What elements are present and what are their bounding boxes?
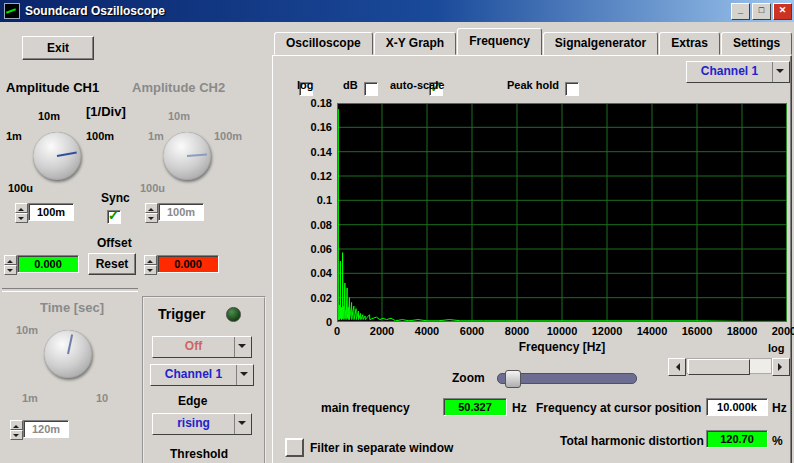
spin-up-icon[interactable] <box>144 255 157 265</box>
time-spinner[interactable] <box>10 420 22 438</box>
y-tick-label: 0 <box>326 316 332 328</box>
ch2-offset-value[interactable]: 0.000 <box>157 255 219 273</box>
minimize-icon[interactable]: _ <box>731 3 750 20</box>
trigger-edge-dropdown[interactable]: rising <box>152 413 252 435</box>
amplitude-ch1-knob[interactable] <box>33 132 81 180</box>
cursor-frequency-label: Frequency at cursor position <box>536 401 701 415</box>
ch1-offset-spinner[interactable] <box>4 255 16 273</box>
app-icon <box>4 3 20 19</box>
threshold-label: Threshold <box>170 447 228 461</box>
x-axis-labels: 0200040006000800010000120001400016000180… <box>337 325 787 338</box>
trigger-mode-dropdown[interactable]: Off <box>152 336 252 358</box>
spin-up-icon[interactable] <box>145 203 158 213</box>
y-tick-label: 0.1 <box>317 194 332 206</box>
trigger-edge-value: rising <box>153 414 234 434</box>
db-checkbox[interactable] <box>364 82 378 96</box>
scroll-right-icon[interactable] <box>772 358 790 376</box>
divider <box>2 288 138 292</box>
tab-settings[interactable]: Settings <box>721 32 792 55</box>
chevron-down-icon[interactable] <box>772 62 789 82</box>
autoscale-checkbox-label: auto-scale <box>390 79 444 91</box>
chevron-down-icon[interactable] <box>234 337 251 357</box>
tab-extras[interactable]: Extras <box>659 32 720 55</box>
spin-up-icon[interactable] <box>10 420 23 430</box>
knob-pointer <box>187 154 207 157</box>
spin-down-icon[interactable] <box>145 213 158 223</box>
tab-frequency[interactable]: Frequency <box>457 28 542 55</box>
channel-select-dropdown[interactable]: Channel 1 <box>686 61 790 83</box>
titlebar: Soundcard Oszilloscope _ □ ✕ <box>0 0 794 22</box>
spin-up-icon[interactable] <box>15 203 28 213</box>
spin-down-icon[interactable] <box>15 213 28 223</box>
y-tick-label: 0.14 <box>311 146 332 158</box>
spin-down-icon[interactable] <box>10 430 23 440</box>
ch2-knob-label-1m: 1m <box>148 130 164 142</box>
offset-reset-button[interactable]: Reset <box>88 253 136 275</box>
trigger-source-value: Channel 1 <box>151 365 236 385</box>
ch1-amplitude-spinner[interactable] <box>15 203 27 221</box>
ch2-knob-label-100m: 100m <box>214 130 242 142</box>
thd-unit: % <box>772 434 783 448</box>
spin-down-icon[interactable] <box>4 265 17 275</box>
scrollbar-track[interactable] <box>686 358 772 374</box>
time-knob[interactable] <box>44 330 92 378</box>
filter-window-label: Filter in separate window <box>310 441 453 455</box>
maximize-icon[interactable]: □ <box>752 3 771 20</box>
y-tick-label: 0.02 <box>311 292 332 304</box>
peak-hold-checkbox[interactable] <box>565 82 579 96</box>
amplitude-ch2-knob[interactable] <box>163 132 211 180</box>
ch1-knob-label-100u: 100u <box>8 182 33 194</box>
ch1-amplitude-value[interactable]: 100m <box>28 203 74 221</box>
ch2-amplitude-value[interactable]: 100m <box>158 203 204 221</box>
ch2-offset-spinner[interactable] <box>144 255 156 273</box>
main-frequency-value: 50.327 <box>443 398 507 416</box>
trigger-source-dropdown[interactable]: Channel 1 <box>150 364 254 386</box>
chevron-down-icon[interactable] <box>234 414 251 434</box>
spin-up-icon[interactable] <box>4 255 17 265</box>
cursor-frequency-value[interactable]: 10.000k <box>706 398 768 416</box>
x-tick-label: 20000 <box>772 325 794 337</box>
main-frequency-unit: Hz <box>512 401 527 415</box>
zoom-slider[interactable] <box>497 373 637 384</box>
amplitude-ch1-title: Amplitude CH1 <box>6 80 99 95</box>
trigger-led-icon <box>226 307 241 322</box>
x-tick-label: 18000 <box>727 325 758 337</box>
x-tick-label: 16000 <box>682 325 713 337</box>
exit-button[interactable]: Exit <box>22 36 94 60</box>
time-knob-label-10m: 10m <box>16 324 38 336</box>
x-tick-label: 12000 <box>592 325 623 337</box>
sync-checkbox[interactable] <box>107 210 121 224</box>
x-tick-label: 2000 <box>370 325 394 337</box>
spin-down-icon[interactable] <box>144 265 157 275</box>
y-tick-label: 0.16 <box>311 121 332 133</box>
zoom-slider-thumb[interactable] <box>505 370 521 388</box>
ch1-knob-label-10m: 10m <box>38 110 60 122</box>
scrollbar-thumb[interactable] <box>688 359 750 375</box>
ch1-knob-label-1m: 1m <box>6 130 22 142</box>
knob-pointer <box>67 334 73 354</box>
per-div-label: [1/Div] <box>86 104 126 119</box>
ch1-offset-value[interactable]: 0.000 <box>17 255 79 273</box>
filter-window-checkbox[interactable] <box>285 438 304 457</box>
x-axis-log-label: log <box>768 342 785 354</box>
trigger-mode-value: Off <box>153 337 234 357</box>
offset-label: Offset <box>97 236 132 250</box>
thd-value: 120.70 <box>706 430 768 448</box>
window-title: Soundcard Oszilloscope <box>25 4 165 18</box>
time-knob-label-1m: 1m <box>22 392 38 404</box>
tab-signalgenerator[interactable]: Signalgenerator <box>543 32 658 55</box>
chart-hscrollbar[interactable] <box>668 358 790 374</box>
close-icon[interactable]: ✕ <box>773 3 792 20</box>
y-tick-label: 0.08 <box>311 219 332 231</box>
x-axis-title: Frequency [Hz] <box>337 340 787 354</box>
spectrum-svg <box>337 103 787 322</box>
scroll-left-icon[interactable] <box>668 358 686 376</box>
time-value[interactable]: 120m <box>23 420 69 438</box>
y-tick-label: 0.06 <box>311 243 332 255</box>
chevron-down-icon[interactable] <box>236 365 253 385</box>
tab-xy-graph[interactable]: X-Y Graph <box>374 32 456 55</box>
tab-oscilloscope[interactable]: Oscilloscope <box>274 32 373 55</box>
amplitude-ch2-title: Amplitude CH2 <box>132 80 225 95</box>
spectrum-plot[interactable] <box>337 103 787 322</box>
ch2-amplitude-spinner[interactable] <box>145 203 157 221</box>
